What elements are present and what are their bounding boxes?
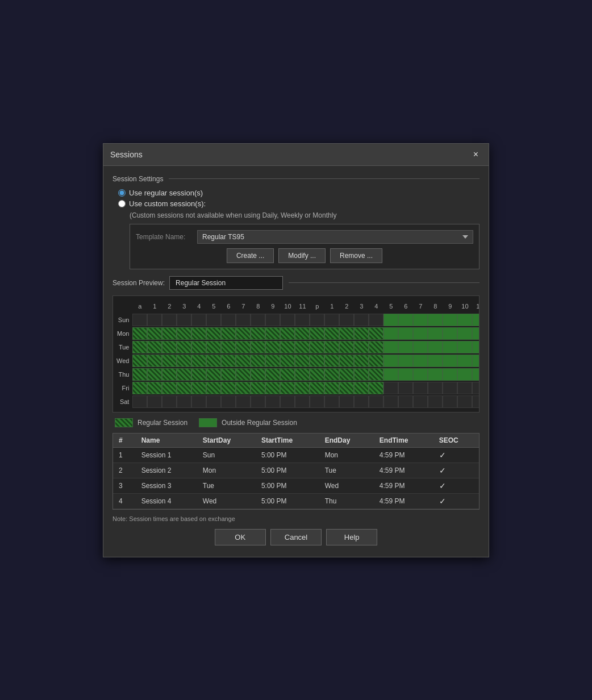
grid-cell[interactable]: [324, 368, 339, 381]
grid-cell[interactable]: [428, 368, 443, 381]
grid-cell[interactable]: [310, 354, 324, 368]
grid-cell[interactable]: [398, 395, 413, 409]
grid-cell[interactable]: [472, 327, 480, 340]
grid-cell[interactable]: [457, 395, 472, 409]
grid-cell[interactable]: [147, 395, 162, 409]
grid-cell[interactable]: [472, 395, 480, 409]
grid-cell[interactable]: [221, 354, 236, 368]
grid-cell[interactable]: [413, 354, 428, 368]
grid-cell[interactable]: [280, 327, 295, 340]
grid-cell[interactable]: [443, 395, 457, 409]
grid-cell[interactable]: [383, 340, 398, 354]
grid-cell[interactable]: [472, 381, 480, 395]
grid-cell[interactable]: [354, 354, 369, 368]
grid-cell[interactable]: [354, 395, 369, 409]
grid-cell[interactable]: [369, 381, 383, 395]
grid-cell[interactable]: [295, 395, 310, 409]
grid-cell[interactable]: [265, 340, 280, 354]
grid-cell[interactable]: [251, 354, 265, 368]
grid-cell[interactable]: [206, 313, 221, 327]
help-button[interactable]: Help: [326, 529, 377, 545]
grid-cell[interactable]: [354, 368, 369, 381]
grid-cell[interactable]: [383, 354, 398, 368]
grid-cell[interactable]: [191, 395, 206, 409]
grid-cell[interactable]: [236, 327, 251, 340]
grid-cell[interactable]: [251, 340, 265, 354]
radio-regular[interactable]: [118, 189, 126, 197]
table-row[interactable]: 1Session 1Sun5:00 PMMon4:59 PM✓: [113, 447, 479, 463]
grid-cell[interactable]: [147, 381, 162, 395]
grid-cell[interactable]: [383, 395, 398, 409]
grid-cell[interactable]: [206, 368, 221, 381]
grid-cell[interactable]: [457, 381, 472, 395]
grid-cell[interactable]: [339, 381, 354, 395]
grid-cell[interactable]: [295, 354, 310, 368]
grid-cell[interactable]: [472, 313, 480, 327]
grid-cell[interactable]: [132, 327, 147, 340]
grid-cell[interactable]: [251, 381, 265, 395]
template-select[interactable]: Regular TS95: [197, 230, 473, 244]
grid-cell[interactable]: [177, 381, 191, 395]
remove-button[interactable]: Remove ...: [330, 248, 382, 263]
grid-cell[interactable]: [413, 313, 428, 327]
grid-cell[interactable]: [339, 313, 354, 327]
grid-cell[interactable]: [339, 327, 354, 340]
grid-cell[interactable]: [132, 340, 147, 354]
grid-cell[interactable]: [324, 327, 339, 340]
grid-cell[interactable]: [162, 368, 177, 381]
grid-cell[interactable]: [398, 327, 413, 340]
ok-button[interactable]: OK: [215, 529, 266, 545]
grid-cell[interactable]: [132, 381, 147, 395]
grid-cell[interactable]: [369, 340, 383, 354]
table-row[interactable]: 4Session 4Wed5:00 PMThu4:59 PM✓: [113, 493, 479, 509]
radio-custom[interactable]: [118, 200, 126, 207]
grid-cell[interactable]: [398, 368, 413, 381]
grid-cell[interactable]: [280, 381, 295, 395]
grid-cell[interactable]: [251, 313, 265, 327]
grid-cell[interactable]: [132, 313, 147, 327]
grid-cell[interactable]: [428, 340, 443, 354]
grid-cell[interactable]: [177, 368, 191, 381]
grid-cell[interactable]: [206, 395, 221, 409]
table-row[interactable]: 2Session 2Mon5:00 PMTue4:59 PM✓: [113, 463, 479, 478]
grid-cell[interactable]: [236, 368, 251, 381]
grid-cell[interactable]: [221, 340, 236, 354]
grid-cell[interactable]: [191, 381, 206, 395]
grid-cell[interactable]: [383, 381, 398, 395]
grid-cell[interactable]: [398, 313, 413, 327]
grid-cell[interactable]: [206, 340, 221, 354]
grid-cell[interactable]: [251, 395, 265, 409]
grid-cell[interactable]: [206, 327, 221, 340]
grid-cell[interactable]: [177, 327, 191, 340]
grid-cell[interactable]: [324, 340, 339, 354]
grid-cell[interactable]: [295, 340, 310, 354]
grid-cell[interactable]: [221, 381, 236, 395]
grid-cell[interactable]: [398, 354, 413, 368]
grid-cell[interactable]: [147, 313, 162, 327]
grid-cell[interactable]: [206, 381, 221, 395]
grid-cell[interactable]: [162, 381, 177, 395]
grid-cell[interactable]: [383, 313, 398, 327]
grid-cell[interactable]: [398, 381, 413, 395]
grid-cell[interactable]: [177, 313, 191, 327]
grid-cell[interactable]: [443, 327, 457, 340]
grid-cell[interactable]: [221, 368, 236, 381]
grid-cell[interactable]: [295, 381, 310, 395]
grid-cell[interactable]: [472, 354, 480, 368]
grid-cell[interactable]: [132, 395, 147, 409]
grid-cell[interactable]: [162, 395, 177, 409]
grid-cell[interactable]: [443, 381, 457, 395]
grid-cell[interactable]: [310, 395, 324, 409]
grid-cell[interactable]: [265, 368, 280, 381]
grid-cell[interactable]: [413, 340, 428, 354]
grid-cell[interactable]: [310, 313, 324, 327]
grid-cell[interactable]: [280, 313, 295, 327]
grid-cell[interactable]: [472, 368, 480, 381]
grid-cell[interactable]: [265, 381, 280, 395]
grid-cell[interactable]: [236, 354, 251, 368]
grid-cell[interactable]: [324, 395, 339, 409]
grid-cell[interactable]: [472, 340, 480, 354]
grid-cell[interactable]: [295, 368, 310, 381]
grid-cell[interactable]: [265, 395, 280, 409]
grid-cell[interactable]: [354, 381, 369, 395]
